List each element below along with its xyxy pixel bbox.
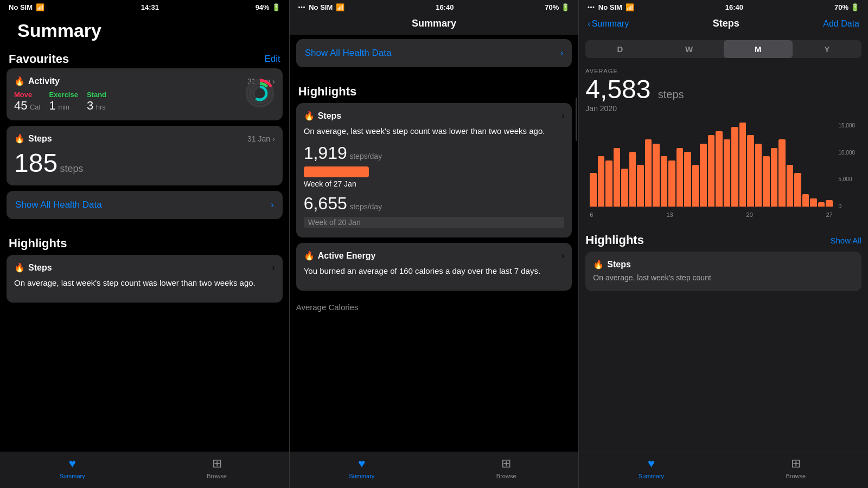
steps-comparison: 1,919 steps/day Week of 27 Jan 6,655 ste… xyxy=(304,143,565,228)
chart-bar-7 xyxy=(645,139,652,207)
chevron-icon-hl-2: › xyxy=(561,111,564,121)
carrier-3: No SIM xyxy=(598,3,622,11)
tab-browse-1[interactable]: ⊞ Browse xyxy=(144,457,289,479)
page-title-1: Summary xyxy=(9,18,280,46)
week-bar-orange xyxy=(304,166,369,177)
highlights-label-2: Highlights xyxy=(290,76,579,103)
tab-summary-3[interactable]: ♥ Summary xyxy=(579,457,723,479)
nav-title-3: Steps xyxy=(713,18,739,29)
activity-card-header: 🔥 Activity 31 Jan › xyxy=(14,76,275,86)
flame-icon-ae: 🔥 xyxy=(304,251,315,261)
flame-icon-2: 🔥 xyxy=(304,111,315,121)
chevron-icon-hl: › xyxy=(272,263,275,273)
add-data-button-3[interactable]: Add Data xyxy=(823,19,859,29)
week-bar-gray: Week of 20 Jan xyxy=(304,217,565,228)
chart-bar-27 xyxy=(802,194,809,207)
phone-screen-3: ••• No SIM 📶 16:40 70% 🔋 ‹ Summary Steps… xyxy=(579,0,868,488)
chevron-left-icon-3: ‹ xyxy=(588,19,590,29)
battery-3: 70% 🔋 xyxy=(834,3,859,11)
chart-bar-1 xyxy=(598,156,605,207)
status-bar-3: ••• No SIM 📶 16:40 70% 🔋 xyxy=(579,0,868,14)
steps-highlight-card-3[interactable]: 🔥 Steps On average, last week's step cou… xyxy=(585,252,861,291)
content-3[interactable]: D W M Y AVERAGE 4,583 steps Jan 2020 15,… xyxy=(579,35,868,452)
period-m[interactable]: M xyxy=(724,40,793,58)
tab-bar-3: ♥ Summary ⊞ Browse xyxy=(579,452,868,488)
highlights-label: Highlights xyxy=(0,228,289,255)
status-bar-2: ••• No SIM 📶 16:40 70% 🔋 xyxy=(290,0,579,14)
wifi-icon-2: 📶 xyxy=(336,3,344,11)
avg-month: Jan 2020 xyxy=(579,104,868,117)
screen2-nav-header: Summary xyxy=(290,14,579,35)
time-2: 16:40 xyxy=(436,3,454,11)
period-w[interactable]: W xyxy=(655,40,724,58)
chevron-icon-steps: › xyxy=(272,134,275,143)
metrics-row: Move 45 Cal Exercise 1 min Stand xyxy=(14,91,275,113)
period-y[interactable]: Y xyxy=(793,40,861,58)
chart-bar-4 xyxy=(621,169,628,207)
tab-browse-2[interactable]: ⊞ Browse xyxy=(434,457,578,479)
steps-highlight-card[interactable]: 🔥 Steps › On average, last week's step c… xyxy=(7,255,283,303)
time-1: 14:31 xyxy=(141,3,159,11)
steps-card[interactable]: 🔥 Steps 31 Jan › 185 steps xyxy=(7,126,283,185)
carrier-1: No SIM xyxy=(9,3,33,11)
steps-value-row: 185 steps xyxy=(14,148,275,178)
flame-icon-hl: 🔥 xyxy=(14,262,25,273)
battery-icon-2: 🔋 xyxy=(561,3,570,11)
status-bar-1: No SIM 📶 14:31 94% 🔋 xyxy=(0,0,289,14)
back-button-3[interactable]: ‹ Summary xyxy=(588,19,629,29)
phone-screen-2: ••• No SIM 📶 16:40 70% 🔋 Summary Show Al… xyxy=(290,0,579,488)
active-energy-text: You burned an average of 160 calories a … xyxy=(304,265,565,277)
chevron-right-icon: › xyxy=(271,200,274,210)
status-left-3: ••• No SIM 📶 xyxy=(588,3,634,11)
content-2[interactable]: Show All Health Data › Highlights 🔥 Step… xyxy=(290,35,579,452)
tab-bar-2: ♥ Summary ⊞ Browse xyxy=(290,452,579,488)
chart-bar-24 xyxy=(778,139,786,207)
stand-metric: Stand 3 hrs xyxy=(87,91,106,113)
steps-highlight-text: On average, last week's step count was l… xyxy=(14,277,275,288)
edit-button[interactable]: Edit xyxy=(264,54,280,65)
chart-bar-12 xyxy=(684,152,691,207)
steps-hl-text-3: On average, last week's step count xyxy=(593,273,854,284)
steps-highlight-card-2[interactable]: 🔥 Steps › On average, last week's step c… xyxy=(296,103,572,237)
tab-summary-2[interactable]: ♥ Summary xyxy=(290,457,434,479)
x-axis-labels: 6 13 20 27 xyxy=(590,209,857,220)
heart-icon-2: ♥ xyxy=(358,457,365,471)
chart-bar-19 xyxy=(739,123,746,207)
chart-bar-13 xyxy=(692,165,699,207)
content-1[interactable]: Favourites Edit 🔥 Activity 31 Jan › Move xyxy=(0,48,289,452)
steps-highlight-header-2: 🔥 Steps › xyxy=(304,111,565,121)
tab-bar-1: ♥ Summary ⊞ Browse xyxy=(0,452,289,488)
activity-card[interactable]: 🔥 Activity 31 Jan › Move 45 Cal Exe xyxy=(7,68,283,120)
show-all-link-3[interactable]: Show All xyxy=(830,236,861,245)
show-all-health-data-button[interactable]: Show All Health Data › xyxy=(7,191,283,219)
flame-icon-activity: 🔥 xyxy=(14,76,25,86)
battery-icon-1: 🔋 xyxy=(272,3,280,11)
nav-header-3: ‹ Summary Steps Add Data xyxy=(579,14,868,35)
period-d[interactable]: D xyxy=(585,40,654,58)
active-energy-card[interactable]: 🔥 Active Energy › You burned an average … xyxy=(296,243,572,291)
chart-bar-25 xyxy=(787,165,794,207)
steps-chart: 15,000 10,000 5,000 0 6 13 20 27 xyxy=(585,117,861,226)
wifi-icon-1: 📶 xyxy=(36,3,44,11)
chart-bar-30 xyxy=(826,200,833,207)
steps-highlight-title: 🔥 Steps xyxy=(14,262,52,273)
carrier-2: No SIM xyxy=(309,3,333,11)
tab-browse-3[interactable]: ⊞ Browse xyxy=(724,457,868,479)
chevron-icon-ae: › xyxy=(561,251,564,261)
avg-label: AVERAGE xyxy=(579,63,868,74)
chart-bar-9 xyxy=(661,156,668,207)
show-all-health-data-2[interactable]: Show All Health Data › xyxy=(296,39,572,67)
active-energy-title: 🔥 Active Energy xyxy=(304,251,376,261)
battery-2: 70% 🔋 xyxy=(545,3,570,11)
chart-bar-2 xyxy=(605,160,612,207)
time-3: 16:40 xyxy=(725,3,743,11)
steps-hl-text-2: On average, last week's step count was l… xyxy=(304,125,565,137)
scrollbar-2[interactable] xyxy=(576,98,577,141)
wifi-icon-3: 📶 xyxy=(626,3,634,11)
tab-summary-1[interactable]: ♥ Summary xyxy=(0,457,144,479)
heart-icon-3: ♥ xyxy=(648,457,655,471)
favourites-title: Favourites xyxy=(9,52,69,66)
chart-bar-16 xyxy=(716,131,723,207)
status-left-1: No SIM 📶 xyxy=(9,3,44,11)
battery-1: 94% 🔋 xyxy=(256,3,280,11)
